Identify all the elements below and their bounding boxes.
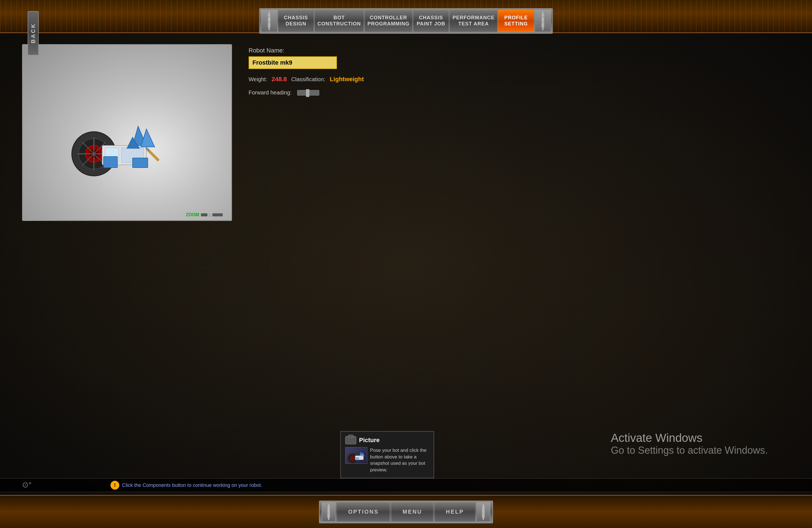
tab-controller-programming-label: CONTROLLERPROGRAMMING	[367, 15, 409, 27]
zoom-control[interactable]: ZOOM	[186, 212, 223, 217]
robot-name-input[interactable]	[249, 56, 337, 69]
weight-label: Weight:	[249, 76, 267, 83]
svg-point-6	[542, 21, 544, 24]
robot-model	[61, 104, 171, 187]
heading-section: Forward heading:	[249, 89, 784, 96]
svg-point-39	[482, 516, 484, 517]
tab-chassis-design[interactable]: CHASSISDESIGN	[278, 10, 314, 32]
zoom-handle[interactable]	[207, 212, 213, 218]
robot-svg	[61, 104, 171, 187]
robot-name-section: Robot Name:	[249, 47, 784, 69]
picture-header: Picture	[345, 436, 429, 444]
svg-point-34	[328, 512, 330, 514]
nav-bracket-left	[261, 10, 277, 32]
preview-svg	[346, 448, 367, 464]
bottom-bracket-left	[322, 502, 336, 522]
right-panel: Robot Name: Weight: 248.8 Classification…	[243, 36, 790, 492]
heading-slider[interactable]	[297, 90, 319, 96]
svg-point-1	[268, 16, 270, 18]
svg-point-27	[350, 456, 354, 460]
nav-bar: CHASSISDESIGN BOTCONSTRUCTION CONTROLLER…	[259, 8, 553, 34]
nav-bracket-right	[535, 10, 551, 32]
svg-point-7	[542, 26, 544, 28]
tab-performance-test-area-label: PERFORMANCETEST AREA	[452, 15, 494, 27]
back-label: BACK	[30, 23, 37, 43]
tab-bot-construction-label: BOTCONSTRUCTION	[317, 15, 361, 27]
picture-desc: Pose your bot and click the button above…	[370, 447, 429, 473]
menu-button[interactable]: MENU	[391, 502, 433, 522]
picture-panel: Picture Pose your bot and click the butt…	[340, 431, 434, 478]
camera-icon	[345, 436, 356, 444]
bottom-nav: OPTIONS MENU HELP	[319, 501, 493, 523]
main-content: ZOOM Robot Name: Weight: 248.8 Classific…	[22, 36, 790, 492]
tab-bot-construction[interactable]: BOTCONSTRUCTION	[314, 10, 364, 32]
svg-rect-36	[482, 506, 485, 518]
bottom-bracket-right	[476, 502, 490, 522]
zoom-slider[interactable]	[201, 213, 223, 217]
tab-chassis-paint-job-label: CHASSISPAINT JOB	[417, 15, 446, 27]
svg-point-3	[268, 26, 270, 28]
classification-label: Classification:	[291, 76, 325, 83]
svg-rect-32	[327, 506, 330, 518]
back-button[interactable]: BACK	[28, 11, 39, 55]
help-button[interactable]: HELP	[434, 502, 475, 522]
bottom-strip: OPTIONS MENU HELP	[0, 495, 812, 528]
tab-profile-setting-label: PROFILESETTING	[504, 15, 528, 27]
tab-chassis-paint-job[interactable]: CHASSISPAINT JOB	[413, 10, 449, 32]
classification-value: Lightweight	[330, 76, 364, 83]
svg-rect-24	[148, 150, 159, 161]
svg-point-2	[268, 21, 270, 24]
tab-profile-setting[interactable]: PROFILESETTING	[498, 10, 534, 32]
stats-row: Weight: 248.8 Classification: Lightweigh…	[249, 76, 784, 83]
svg-rect-4	[541, 14, 545, 28]
robot-name-label: Robot Name:	[249, 47, 784, 54]
svg-point-35	[328, 516, 330, 517]
weight-value: 248.8	[272, 76, 287, 83]
zoom-label: ZOOM	[186, 212, 199, 217]
heading-label: Forward heading:	[249, 89, 292, 96]
svg-point-38	[482, 512, 484, 514]
viewport-inner: ZOOM	[23, 45, 231, 220]
svg-point-5	[542, 16, 544, 18]
svg-point-33	[328, 508, 330, 509]
svg-rect-0	[267, 14, 271, 28]
picture-preview	[345, 447, 367, 464]
svg-rect-23	[133, 158, 148, 167]
viewport-container[interactable]: ZOOM	[22, 44, 232, 221]
svg-point-37	[482, 508, 484, 509]
options-button[interactable]: OPTIONS	[337, 502, 390, 522]
picture-title: Picture	[359, 437, 380, 444]
svg-rect-22	[104, 157, 117, 167]
picture-content: Pose your bot and click the button above…	[345, 447, 429, 473]
heading-handle[interactable]	[306, 89, 309, 97]
tab-performance-test-area[interactable]: PERFORMANCETEST AREA	[449, 10, 497, 32]
svg-rect-29	[356, 457, 359, 460]
tab-chassis-design-label: CHASSISDESIGN	[284, 15, 308, 27]
tab-controller-programming[interactable]: CONTROLLERPROGRAMMING	[364, 10, 412, 32]
